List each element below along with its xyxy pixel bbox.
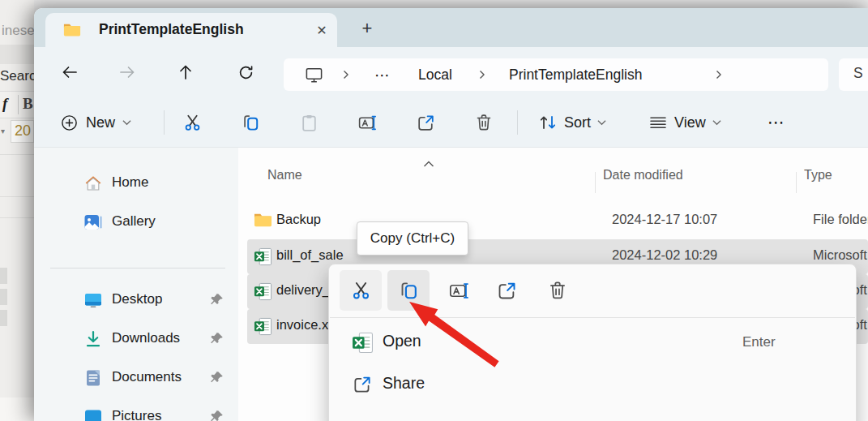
share-button[interactable]	[412, 110, 439, 135]
divider	[50, 268, 225, 268]
folder-icon	[254, 212, 272, 230]
chevron-down-icon	[122, 119, 131, 126]
share-button[interactable]	[485, 270, 528, 311]
file-name: invoice.x	[276, 317, 328, 333]
background-format-toolbar: f B	[0, 91, 34, 118]
background-window-title: inese	[2, 23, 35, 39]
back-button[interactable]	[57, 59, 83, 85]
divider	[0, 217, 34, 218]
column-divider[interactable]	[796, 172, 797, 193]
up-icon	[176, 62, 195, 82]
pictures-icon	[83, 407, 103, 421]
background-panel	[0, 45, 34, 64]
refresh-button[interactable]	[233, 59, 259, 85]
cut-button[interactable]	[178, 110, 206, 135]
font-size-value: 20	[15, 122, 31, 140]
this-pc-icon[interactable]	[305, 58, 323, 91]
view-button[interactable]: View	[648, 106, 721, 139]
delete-button[interactable]	[537, 270, 579, 311]
excel-icon	[254, 282, 272, 301]
sidebar-item-desktop[interactable]: Desktop	[41, 284, 233, 316]
tab-printtemplateenglish[interactable]: PrintTemplateEnglish ✕	[45, 13, 337, 47]
column-divider[interactable]	[595, 172, 596, 193]
sidebar-item-downloads[interactable]: Downloads	[41, 323, 233, 355]
column-header-name[interactable]: Name	[267, 168, 302, 183]
sidebar-item-label: Downloads	[112, 330, 180, 346]
background-search-label: Searc	[0, 68, 36, 84]
plus-circle-icon	[60, 114, 79, 132]
copy-button[interactable]	[387, 270, 430, 311]
file-name: bill_of_sale	[276, 247, 344, 263]
sidebar-item-pictures[interactable]: Pictures	[41, 401, 233, 421]
menu-item-add-to-favorites[interactable]: Add to Favorit	[337, 412, 849, 421]
sort-button[interactable]: Sort	[538, 106, 606, 139]
file-row-backup[interactable]: Backup 2024-12-17 10:07 File folder	[247, 204, 868, 238]
rename-button[interactable]	[438, 270, 480, 311]
chevron-right-icon	[715, 58, 723, 91]
refresh-icon	[237, 63, 255, 82]
close-icon[interactable]: ✕	[313, 21, 331, 39]
pin-icon	[209, 331, 225, 347]
cut-button[interactable]	[340, 270, 382, 311]
sidebar-item-documents[interactable]: Documents	[41, 362, 233, 394]
desktop-icon	[83, 290, 103, 310]
italic-format-icon: f	[2, 95, 7, 113]
breadcrumb-current-folder[interactable]: PrintTemplateEnglish	[509, 58, 642, 91]
search-input[interactable]: S	[839, 58, 868, 91]
home-icon	[83, 174, 103, 193]
background-window[interactable]: inese Searc f B ▾ 20 Temp	[0, 0, 34, 421]
column-header-type[interactable]: Type	[804, 168, 832, 183]
excel-icon	[254, 247, 272, 266]
divider	[18, 95, 19, 114]
rename-button[interactable]	[353, 110, 381, 135]
chevron-down-icon: ▾	[1, 127, 5, 135]
more-options-button[interactable]: ⋯	[768, 106, 785, 139]
sidebar-item-gallery[interactable]: Gallery	[41, 206, 233, 238]
file-date: 2024-12-17 10:07	[612, 212, 717, 227]
forward-button	[114, 59, 140, 85]
new-tab-button[interactable]: +	[357, 18, 378, 39]
new-button[interactable]: New	[50, 106, 154, 139]
column-header-date-modified[interactable]: Date modified	[603, 168, 683, 183]
divider	[0, 154, 34, 155]
view-button-label: View	[674, 114, 706, 131]
breadcrumb-ellipsis[interactable]: ⋯	[374, 58, 391, 91]
cut-icon	[350, 280, 372, 302]
sidebar-item-home[interactable]: Home	[41, 167, 233, 200]
delete-button[interactable]	[470, 110, 498, 135]
menu-item-share[interactable]: Share	[337, 367, 849, 404]
folder-icon	[63, 22, 81, 37]
copy-button[interactable]	[237, 110, 264, 135]
menu-item-shortcut: Enter	[742, 334, 776, 350]
font-size-field: 20	[11, 120, 34, 143]
sidebar-item-label: Gallery	[112, 213, 156, 230]
navigation-bar: ⋯ Local PrintTemplateEnglish S	[34, 47, 868, 97]
share-icon	[352, 374, 374, 396]
background-sheet-tab: Temp	[0, 397, 34, 421]
address-bar[interactable]: ⋯ Local PrintTemplateEnglish	[284, 58, 828, 91]
chevron-down-icon	[712, 119, 721, 126]
pin-icon	[209, 409, 225, 421]
cut-icon	[182, 113, 203, 133]
sidebar-item-label: Home	[112, 174, 148, 191]
rename-icon	[448, 280, 470, 302]
sidebar-item-label: Desktop	[112, 291, 162, 307]
file-type: Microsoft	[813, 247, 867, 263]
excel-icon	[254, 317, 272, 336]
divider	[517, 110, 518, 135]
forward-icon	[118, 62, 137, 82]
downloads-icon	[83, 329, 103, 349]
copy-icon	[241, 113, 261, 133]
gallery-icon	[83, 213, 103, 232]
file-type: File folder	[813, 212, 868, 227]
background-cell	[0, 289, 7, 305]
menu-item-label: Open	[383, 332, 421, 350]
tab-strip: PrintTemplateEnglish ✕ +	[34, 8, 868, 47]
trash-icon	[547, 280, 568, 301]
excel-icon	[352, 332, 374, 354]
menu-item-open[interactable]: Open Enter	[337, 324, 849, 362]
breadcrumb-local[interactable]: Local	[418, 58, 452, 91]
up-button[interactable]	[173, 59, 199, 85]
copy-icon	[398, 280, 420, 302]
sort-ascending-caret-icon[interactable]	[423, 161, 434, 168]
